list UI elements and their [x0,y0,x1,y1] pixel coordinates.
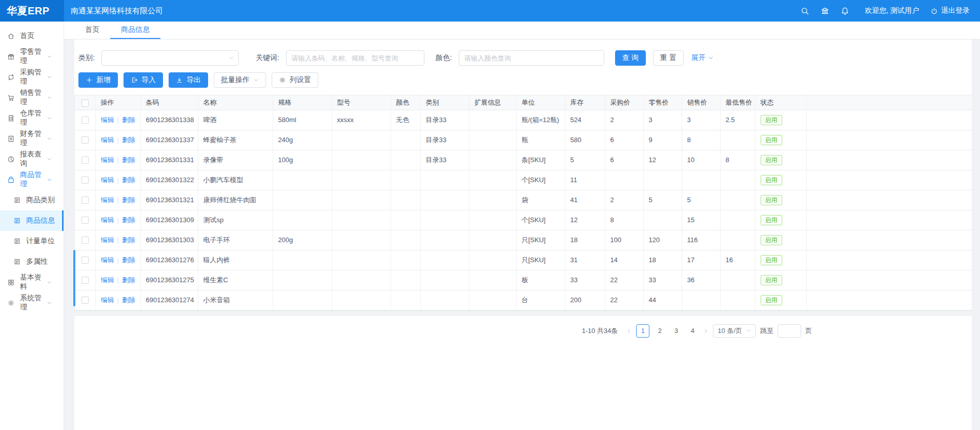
sidebar-item-attributes[interactable]: 多属性 [0,251,64,272]
purchase-cell: 2 [605,110,643,130]
category-select[interactable] [101,50,239,66]
edit-link[interactable]: 编辑 [101,296,114,304]
row-checkbox[interactable] [81,197,89,204]
delete-link[interactable]: 删除 [122,216,135,224]
jump-page-input[interactable] [778,324,801,338]
sidebar-item-goods-category[interactable]: 商品类别 [0,190,64,210]
delete-link[interactable]: 删除 [122,176,135,184]
unit-cell: 瓶/(箱=12瓶) [516,110,565,130]
edit-link[interactable]: 编辑 [101,116,114,124]
sidebar-item-basic-data[interactable]: 基本资料 [0,272,64,292]
page-button-1[interactable]: 1 [636,324,649,338]
ext-cell [469,150,516,170]
edit-link[interactable]: 编辑 [101,176,114,184]
keyword-input[interactable] [286,50,424,66]
cart-icon [7,94,15,102]
retail-cell: 3 [643,110,682,130]
delete-link[interactable]: 删除 [122,196,135,204]
doc-icon [13,238,21,245]
edit-link[interactable]: 编辑 [101,216,114,224]
tab-goods-info[interactable]: 商品信息 [110,22,160,39]
sidebar-item-finance[interactable]: 财务管理 [0,128,64,149]
purchase-cell: 22 [605,270,643,290]
search-icon[interactable] [801,7,809,15]
row-checkbox[interactable] [81,277,89,284]
sidebar-item-home[interactable]: 首页 [0,26,64,46]
delete-link[interactable]: 删除 [122,116,135,124]
row-checkbox[interactable] [81,237,89,244]
delete-link[interactable]: 删除 [122,236,135,244]
edit-link[interactable]: 编辑 [101,256,114,264]
row-checkbox[interactable] [81,157,89,164]
sidebar-item-label: 计量单位 [26,237,55,246]
delete-link[interactable]: 删除 [122,156,135,164]
edit-link[interactable]: 编辑 [101,156,114,164]
delete-link[interactable]: 删除 [122,136,135,144]
row-checkbox[interactable] [81,297,89,304]
column-settings-button[interactable]: 列设置 [272,72,318,88]
sidebar-item-goods[interactable]: 商品管理 [0,169,64,190]
vertical-scrollbar-thumb[interactable] [73,250,75,306]
row-checkbox[interactable] [81,177,89,184]
sidebar-item-label: 商品类别 [26,196,55,205]
horizontal-scrollbar[interactable] [74,311,972,316]
row-checkbox[interactable] [81,116,89,124]
sidebar-item-sales[interactable]: 销售管理 [0,87,64,108]
delete-link[interactable]: 删除 [122,296,135,304]
min-cell [720,190,755,210]
edit-link[interactable]: 编辑 [101,136,114,144]
batch-operation-button[interactable]: 批量操作 [214,72,266,88]
sidebar-item-system[interactable]: 系统管理 [0,292,64,313]
page-button-4[interactable]: 4 [686,324,699,338]
name-cell: 啤酒 [198,110,273,130]
prev-page-button[interactable] [626,328,632,334]
retail-cell [643,170,682,190]
sidebar-item-retail[interactable]: 零售管理 [0,46,64,67]
add-label: 新增 [96,75,111,85]
sidebar-item-reports[interactable]: 报表查询 [0,149,64,169]
export-button[interactable]: 导出 [169,72,208,88]
status-cell: 启用 [755,270,806,290]
retail-cell: 44 [643,290,682,310]
page-button-3[interactable]: 3 [670,324,682,338]
stock-cell: 11 [565,170,605,190]
row-checkbox[interactable] [81,257,89,264]
delete-link[interactable]: 删除 [122,276,135,284]
ext-cell [469,230,516,250]
page-size-select[interactable]: 10 条/页 [713,324,756,338]
edit-link[interactable]: 编辑 [101,236,114,244]
sidebar-item-warehouse[interactable]: 仓库管理 [0,108,64,128]
color-input[interactable] [459,50,604,66]
model-cell [332,210,391,230]
logout-button[interactable]: 退出登录 [930,6,970,15]
column-header: 零售价 [643,95,682,110]
sidebar-item-purchase[interactable]: 采购管理 [0,67,64,87]
expand-link[interactable]: 展开 [691,53,714,63]
operations-cell: 编辑|删除 [95,230,140,250]
delete-link[interactable]: 删除 [122,256,135,264]
sidebar-item-units[interactable]: 计量单位 [0,231,64,251]
tab-home[interactable]: 首页 [74,22,110,39]
platform-icon[interactable] [821,7,829,15]
import-button[interactable]: 导入 [124,72,163,88]
checkbox-cell [75,190,95,210]
chevron-down-icon [708,55,714,61]
operations-cell: 编辑|删除 [95,190,140,210]
select-all-checkbox[interactable] [81,100,89,107]
edit-link[interactable]: 编辑 [101,276,114,284]
row-checkbox[interactable] [81,217,89,224]
edit-link[interactable]: 编辑 [101,196,114,204]
barcode-cell: 6901236301338 [140,110,198,130]
next-page-button[interactable] [703,328,709,334]
retail-cell: 12 [643,150,682,170]
row-checkbox[interactable] [81,136,89,144]
sidebar-item-goods-info[interactable]: 商品信息 [0,210,64,231]
import-label: 导入 [141,75,156,85]
notification-icon[interactable] [841,7,849,15]
page-button-2[interactable]: 2 [654,324,666,338]
operations-cell: 编辑|删除 [95,290,140,310]
reset-button[interactable]: 重置 [653,50,684,66]
search-button[interactable]: 查询 [615,50,646,66]
link-separator: | [117,176,119,184]
add-button[interactable]: 新增 [78,72,118,88]
